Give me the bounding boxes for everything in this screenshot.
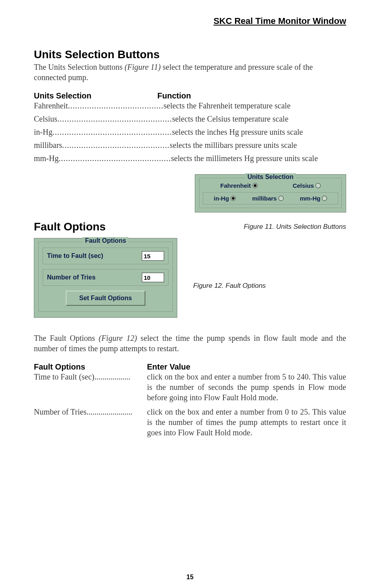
units-selection-heading: Units Selection Buttons [34,48,346,61]
units-col-left: Units Selection [34,91,157,100]
units-dots: ........................................… [62,141,170,150]
fault-intro-a: The Fault Options [34,334,99,342]
units-desc: selects the millimeters Hg pressure unit… [171,154,318,163]
page-number: 15 [0,574,380,581]
fault-term: Number of Tries....................... [34,407,147,438]
fault-options-groupbox: Fault Options Time to Fault (sec) Number… [38,242,173,312]
units-row: millibars ..............................… [34,141,346,150]
units-selection-legend: Units Selection [245,173,296,181]
fault-term: Time to Fault (sec).................. [34,372,147,403]
units-selection-groupbox: Units Selection Fahrenheit Celsius in-Hg… [199,178,342,208]
mmhg-label: mm-Hg [300,195,321,202]
time-to-fault-input[interactable] [142,251,164,261]
units-desc: selects the millibars pressure units sca… [170,141,297,150]
time-to-fault-label: Time to Fault (sec) [47,252,103,260]
fault-options-heading: Fault Options [34,220,106,233]
number-of-tries-label: Number of Tries [47,274,96,281]
units-row: in-Hg ..................................… [34,128,346,137]
time-to-fault-row: Time to Fault (sec) [43,248,168,264]
radio-icon [322,196,327,201]
units-term: mm-Hg [34,154,59,163]
page-header: SKC Real Time Monitor Window [34,16,346,26]
radio-icon [253,183,258,188]
units-row: Celsius ................................… [34,114,346,124]
celsius-label: Celsius [293,182,314,189]
units-dots: ........................................… [59,154,171,163]
temperature-radio-row: Fahrenheit Celsius [203,182,338,189]
radio-icon [278,196,284,201]
pressure-radio-row: in-Hg millibars mm-Hg [206,195,335,202]
fahrenheit-label: Fahrenheit [220,182,251,189]
fault-desc: click on the box and enter a number from… [147,407,346,438]
fault-col-left: Fault Options [34,362,147,372]
fault-intro-figure-ref: (Figure 12) [99,334,137,342]
number-of-tries-input[interactable] [142,273,164,282]
inhg-label: in-Hg [214,195,229,202]
units-table-header: Units Selection Function [34,91,346,100]
units-selection-panel: Units Selection Fahrenheit Celsius in-Hg… [195,174,346,212]
figure-11-caption: Figure 11. Units Selection Buttons [195,223,346,231]
inhg-radio[interactable]: in-Hg [214,195,236,202]
fault-options-intro: The Fault Options (Figure 12) select the… [34,333,346,354]
fault-row: Time to Fault (sec).................. cl… [34,372,346,403]
set-fault-options-button[interactable]: Set Fault Options [66,291,145,306]
fault-table-header: Fault Options Enter Value [34,362,346,372]
units-col-right: Function [157,91,191,100]
fault-col-right: Enter Value [147,362,190,372]
units-desc: selects the inches Hg pressure units sca… [172,128,303,137]
fault-row: Number of Tries....................... c… [34,407,346,438]
number-of-tries-row: Number of Tries [43,269,168,286]
fahrenheit-radio[interactable]: Fahrenheit [220,182,258,189]
millibars-radio[interactable]: millibars [252,195,284,202]
units-term: Celsius [34,114,57,124]
fault-options-legend: Fault Options [82,237,128,244]
units-term: in-Hg [34,128,53,137]
mmhg-radio[interactable]: mm-Hg [300,195,327,202]
millibars-label: millibars [252,195,277,202]
intro-figure-ref: (Figure 11) [125,63,161,71]
units-row: Fahrenheit .............................… [34,101,346,110]
units-term: millibars [34,141,62,150]
radio-icon [315,183,321,188]
intro-text-a: The Units Selection buttons [34,63,125,71]
units-term: Fahrenheit [34,101,68,110]
units-dots: ........................................… [57,114,172,124]
radio-icon [231,196,236,201]
units-dots: ........................................… [53,128,172,137]
units-row: mm-Hg ..................................… [34,154,346,163]
units-selection-intro: The Units Selection buttons (Figure 11) … [34,62,346,83]
units-dots: ........................................ [68,101,164,110]
celsius-radio[interactable]: Celsius [293,182,321,189]
fault-desc: click on the box and enter a number from… [147,372,346,403]
units-desc: selects the Fahrenheit temperature scale [164,101,291,110]
units-desc: selects the Celsius temperature scale [172,114,288,124]
figure-12-caption: Figure 12. Fault Options [193,282,266,290]
pressure-radio-box: in-Hg millibars mm-Hg [203,192,338,205]
fault-options-panel: Fault Options Time to Fault (sec) Number… [34,238,177,318]
